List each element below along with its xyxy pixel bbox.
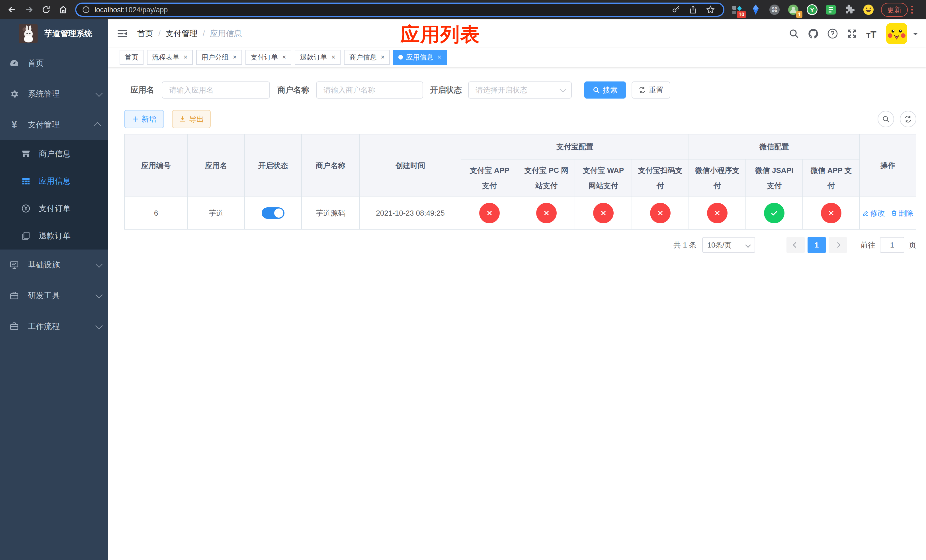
status-select[interactable]: 请选择开启状态: [468, 82, 572, 98]
logo-avatar: [19, 24, 38, 43]
close-icon[interactable]: ✕: [380, 54, 385, 61]
chevron-down-icon: [95, 322, 103, 329]
briefcase-icon: [9, 321, 20, 331]
extension-grid-icon[interactable]: 10: [731, 4, 743, 15]
chevron-down-icon: [95, 260, 103, 268]
sidebar-item-基础设施[interactable]: 基础设施: [0, 250, 108, 280]
user-avatar[interactable]: [886, 23, 907, 44]
search-button[interactable]: 搜索: [584, 82, 626, 98]
logo[interactable]: 芋道管理系统: [0, 20, 108, 48]
delete-link[interactable]: 删除: [891, 208, 914, 218]
help-icon[interactable]: [827, 28, 838, 39]
yen-icon: ¥: [9, 120, 20, 130]
edit-link[interactable]: 修改: [862, 208, 885, 218]
sidebar-item-首页[interactable]: 首页: [0, 48, 108, 79]
next-page-button[interactable]: [829, 237, 847, 253]
address-bar[interactable]: localhost:1024/pay/app: [75, 3, 725, 17]
fullscreen-icon[interactable]: [846, 28, 858, 39]
avatar-caret-icon[interactable]: [913, 33, 918, 38]
close-icon[interactable]: ✕: [282, 54, 286, 61]
gear-icon: [9, 89, 20, 99]
extension-y-icon[interactable]: Y: [806, 4, 818, 15]
browser-menu-icon[interactable]: [911, 6, 913, 14]
close-icon[interactable]: ✕: [437, 54, 441, 61]
cell-created: 2021-10-23 08:49:25: [360, 197, 461, 229]
extension-emoji-icon[interactable]: [863, 4, 874, 15]
cell-app-name: 芋道: [188, 197, 245, 229]
password-key-icon[interactable]: [672, 5, 681, 14]
cell-app-id: 6: [124, 197, 188, 229]
browser-home-button[interactable]: [54, 1, 72, 18]
page-suffix: 页: [909, 240, 916, 250]
close-icon[interactable]: ✕: [183, 54, 188, 61]
tab-首页[interactable]: 首页: [120, 50, 144, 65]
site-info-icon[interactable]: [82, 6, 90, 14]
reset-button[interactable]: 重置: [632, 82, 670, 98]
status-toggle[interactable]: [262, 207, 284, 219]
bookmark-star-icon[interactable]: [706, 5, 715, 15]
sidebar: 芋道管理系统 首页系统管理¥支付管理商户信息应用信息支付订单退款订单基础设施研发…: [0, 20, 108, 560]
merchant-name-input[interactable]: 请输入商户名称: [316, 82, 423, 98]
sidebar-subitem-支付订单[interactable]: 支付订单: [0, 195, 108, 222]
navbar: 首页 / 支付管理 / 应用信息 TT: [108, 20, 926, 48]
col-header: 开启状态: [245, 134, 301, 197]
sidebar-subitem-退款订单[interactable]: 退款订单: [0, 222, 108, 250]
sub-col-header: 支付宝 APP支付: [461, 159, 518, 197]
dashboard-icon: [9, 58, 20, 68]
sidebar-item-研发工具[interactable]: 研发工具: [0, 280, 108, 311]
check-circle-icon: [764, 203, 784, 223]
sidebar-subitem-应用信息[interactable]: 应用信息: [0, 168, 108, 195]
tab-应用信息[interactable]: 应用信息✕: [393, 50, 446, 65]
extension-pin-icon[interactable]: [750, 4, 761, 15]
app-name-input[interactable]: 请输入应用名: [162, 82, 270, 98]
browser-back-button[interactable]: [3, 1, 21, 18]
browser-refresh-button[interactable]: [38, 1, 54, 18]
sidebar-item-工作流程[interactable]: 工作流程: [0, 311, 108, 342]
browser-forward-button[interactable]: [21, 1, 38, 18]
tab-用户分组[interactable]: 用户分组✕: [196, 50, 242, 65]
browser-toolbar: localhost:1024/pay/app 10 ⌘ 1 Y: [0, 0, 926, 20]
page-size-select[interactable]: 10条/页: [702, 237, 755, 253]
svg-text:⌘: ⌘: [772, 6, 778, 14]
close-icon[interactable]: ✕: [331, 54, 336, 61]
close-icon[interactable]: ✕: [233, 54, 237, 61]
sidebar-subitem-商户信息[interactable]: 商户信息: [0, 140, 108, 168]
browser-update-button[interactable]: 更新: [881, 3, 908, 17]
extension-command-icon[interactable]: ⌘: [769, 4, 780, 15]
refresh-table-button[interactable]: [900, 111, 916, 127]
chevron-down-icon: [745, 242, 751, 248]
chevron-down-icon: [95, 291, 103, 298]
toggle-search-button[interactable]: [878, 111, 894, 127]
page-number-1[interactable]: 1: [808, 237, 826, 253]
extension-notes-icon[interactable]: [825, 4, 837, 15]
add-button[interactable]: 新增: [124, 110, 164, 128]
tab-商户信息[interactable]: 商户信息✕: [344, 50, 390, 65]
col-header: 商户名称: [301, 134, 360, 197]
cell-config: [803, 197, 859, 229]
share-icon[interactable]: [688, 5, 698, 14]
tab-流程表单[interactable]: 流程表单✕: [147, 50, 193, 65]
sidebar-item-系统管理[interactable]: 系统管理: [0, 79, 108, 109]
sub-col-header: 微信 JSAPI支付: [746, 159, 803, 197]
sub-col-header: 支付宝 PC 网站支付: [518, 159, 575, 197]
tab-退款订单[interactable]: 退款订单✕: [295, 50, 340, 65]
extension-avatar-icon[interactable]: 1: [788, 4, 799, 15]
goto-page-input[interactable]: 1: [880, 237, 904, 253]
extensions-puzzle-icon[interactable]: [844, 4, 855, 15]
font-size-icon[interactable]: TT: [865, 28, 877, 39]
header-search-icon[interactable]: [788, 28, 800, 39]
sub-col-header: 微信 APP 支付: [803, 159, 859, 197]
breadcrumb-pay[interactable]: 支付管理: [166, 28, 198, 39]
col-header: 应用编号: [124, 134, 188, 197]
total-count: 共 1 条: [673, 240, 696, 250]
tab-支付订单[interactable]: 支付订单✕: [245, 50, 291, 65]
cell-config: [746, 197, 803, 229]
prev-page-button[interactable]: [787, 237, 805, 253]
shop-icon: [21, 149, 31, 159]
sidebar-item-支付管理[interactable]: ¥支付管理: [0, 109, 108, 140]
breadcrumb-home[interactable]: 首页: [137, 28, 153, 39]
export-button[interactable]: 导出: [172, 110, 211, 128]
sidebar-toggle-icon[interactable]: [117, 28, 128, 39]
yen-circle-icon: [21, 204, 31, 213]
github-icon[interactable]: [808, 28, 819, 39]
